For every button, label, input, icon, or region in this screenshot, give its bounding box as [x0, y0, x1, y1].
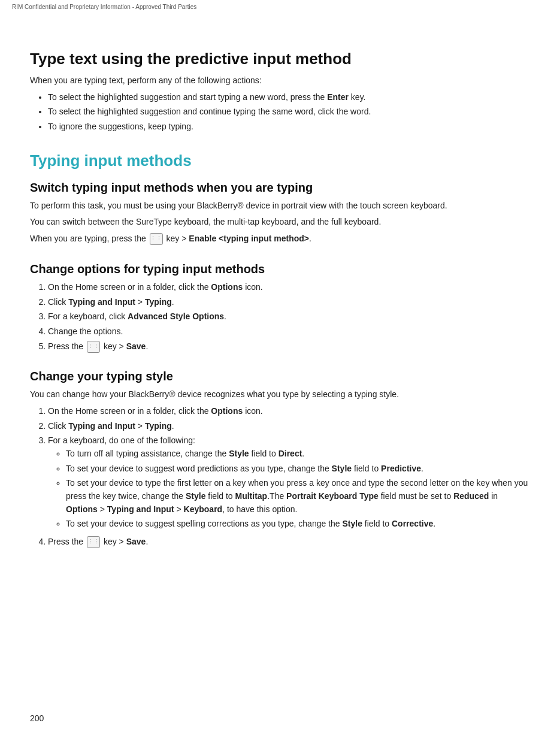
keyboard-label: Keyboard	[184, 504, 223, 514]
bullet-3: To ignore the suggestions, keep typing.	[48, 120, 530, 134]
typing-label: Typing	[145, 297, 172, 307]
style-step-2: Click Typing and Input > Typing.	[48, 420, 530, 433]
style-label-1: Style	[229, 449, 249, 458]
page-number: 200	[30, 713, 44, 723]
typing-and-input-label-3: Typing and Input	[107, 504, 174, 514]
step-5: Press the key > Save.	[48, 340, 530, 353]
save-label-1: Save	[126, 341, 146, 351]
portrait-keyboard-label: Portrait Keyboard Type	[286, 491, 379, 501]
section-switch: Switch typing input methods when you are…	[30, 181, 530, 246]
save-label-2: Save	[126, 537, 146, 546]
switch-title: Switch typing input methods when you are…	[30, 181, 530, 195]
typing-and-input-label: Typing and Input	[68, 297, 135, 307]
corrective-label: Corrective	[392, 519, 433, 528]
style-bullet-3: To set your device to type the first let…	[66, 477, 530, 516]
change-style-title: Change your typing style	[30, 370, 530, 383]
page-content: Type text using the predictive input met…	[0, 14, 560, 589]
reduced-label: Reduced	[453, 491, 489, 501]
style-sub-bullets: To turn off all typing assistance, chang…	[66, 447, 530, 531]
predictive-label: Predictive	[381, 464, 421, 473]
style-step-4: Press the key > Save.	[48, 536, 530, 549]
switch-para1: To perform this task, you must be using …	[30, 199, 530, 213]
switch-para3: When you are typing, press the key > Ena…	[30, 232, 530, 246]
menu-key-icon-3	[87, 536, 100, 548]
section-change-style: Change your typing style You can change …	[30, 370, 530, 549]
section-predictive: Type text using the predictive input met…	[30, 50, 530, 134]
change-style-intro: You can change how your BlackBerry® devi…	[30, 388, 530, 401]
confidential-header: RIM Confidential and Proprietary Informa…	[0, 0, 560, 14]
style-step-3: For a keyboard, do one of the following:…	[48, 434, 530, 531]
style-step-1: On the Home screen or in a folder, click…	[48, 405, 530, 418]
step-3: For a keyboard, click Advanced Style Opt…	[48, 310, 530, 323]
options-label-1: Options	[211, 282, 243, 292]
predictive-bullets: To select the highlighted suggestion and…	[48, 91, 530, 134]
style-bullet-1: To turn off all typing assistance, chang…	[66, 447, 530, 461]
section-change-options: Change options for typing input methods …	[30, 262, 530, 353]
menu-key-icon	[150, 233, 163, 245]
predictive-title: Type text using the predictive input met…	[30, 50, 530, 68]
typing-input-methods-title: Typing input methods	[30, 152, 530, 170]
switch-para2: You can switch between the SureType keyb…	[30, 216, 530, 229]
style-bullet-4: To set your device to suggest spelling c…	[66, 518, 530, 531]
multitap-label: Multitap	[235, 491, 268, 501]
step-4: Change the options.	[48, 325, 530, 338]
direct-label: Direct	[279, 449, 302, 458]
typing-and-input-label-2: Typing and Input	[68, 421, 135, 431]
bullet-2: To select the highlighted suggestion and…	[48, 105, 530, 119]
options-label-2: Options	[211, 406, 243, 416]
change-options-title: Change options for typing input methods	[30, 262, 530, 276]
bullet-1: To select the highlighted suggestion and…	[48, 91, 530, 104]
options-label-3: Options	[66, 504, 98, 514]
style-label-4: Style	[343, 519, 362, 528]
style-label-3: Style	[186, 491, 205, 501]
step-2: Click Typing and Input > Typing.	[48, 296, 530, 309]
advanced-style-label: Advanced Style Options	[128, 311, 224, 321]
change-style-steps: On the Home screen or in a folder, click…	[48, 405, 530, 549]
enter-key-label: Enter	[327, 92, 349, 102]
step-1: On the Home screen or in a folder, click…	[48, 281, 530, 294]
style-bullet-2: To set your device to suggest word predi…	[66, 462, 530, 476]
menu-key-icon-2	[87, 341, 100, 353]
section-typing-input-methods: Typing input methods Switch typing input…	[30, 152, 530, 549]
typing-label-2: Typing	[145, 421, 172, 431]
style-label-2: Style	[332, 464, 352, 473]
enable-method-label: Enable <typing input method>	[189, 234, 309, 243]
change-options-steps: On the Home screen or in a folder, click…	[48, 281, 530, 353]
predictive-intro: When you are typing text, perform any of…	[30, 74, 530, 87]
